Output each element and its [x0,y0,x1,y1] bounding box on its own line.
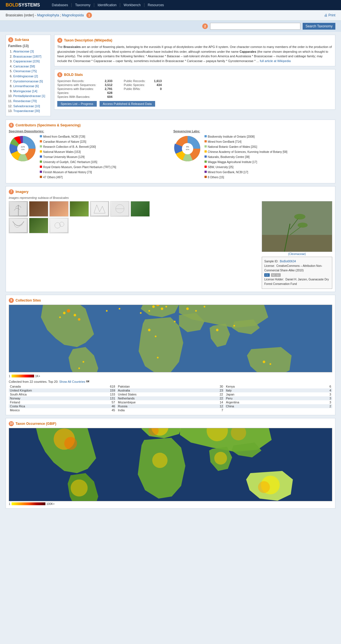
top-navigation: BOLDSYSTEMS Databases Taxonomy Identific… [0,0,341,10]
thumbnail[interactable] [49,218,69,233]
country-row: South Africa133 [9,392,116,396]
thumbnail[interactable] [29,218,48,233]
sample-id-value[interactable]: BioBot00634 [280,260,296,263]
legend-item: 8 Others [15] [204,175,287,180]
countries-header: Collected from 22 countries. Top 20: Sho… [9,380,332,383]
imagery-label: 7 Imagery [9,189,28,194]
brand-logo[interactable]: BOLDSYSTEMS [6,3,40,8]
species-list-progress-button[interactable]: Species List – Progress [57,101,97,107]
image-row-2 [9,218,259,233]
breadcrumb-link-magnoliophyta[interactable]: Magnoliophyta [37,13,59,17]
brand-bold: BOLD [6,3,18,7]
country-row: Finland57 [9,400,116,404]
svg-point-48 [119,308,120,309]
sequencing-labs: Sequencing Labs: 5% 62% Biodive [173,129,333,180]
sequencing-pie-container: 5% 62% Biodiversity Institute of Ontario… [173,135,333,180]
thumbnail[interactable] [90,201,109,217]
imagery-badge: 7 [9,189,14,194]
svg-point-30 [78,318,80,320]
subtaxa-panel: 3 Sub-taxa Families (13) Akaniaceae [3] … [6,35,51,116]
imagery-main-panel: (Cleomaceae) Sample ID: BioBot00634 Lice… [262,201,332,289]
country-row: United Kingdom159 [9,388,116,392]
main-image[interactable] [262,201,332,252]
legend-item: Finnish Museum of Natural History [73] [40,170,116,175]
taxon-description-panel: 4 Taxon Description (Wikipedia) The Bras… [54,35,335,66]
stat-row: Public Species:434 [124,83,162,87]
specimen-depositories: Specimen Depositories: 21 [9,129,168,180]
stats-container: Specimen Records:2,333 Specimens with Se… [57,79,332,99]
legend-item: National Museum Wales [153] [40,150,116,154]
thumbnail[interactable] [29,201,48,217]
taxon-desc-label: 4 Taxon Description (Wikipedia) [57,38,112,43]
contributors-section: 6 Contributors (Specimens & Sequencing) … [6,120,335,183]
access-published-button[interactable]: Access Published & Released Data [100,101,155,107]
svg-rect-10 [91,202,108,216]
list-item: Limnanthaceae [6] [13,84,48,89]
stat-row: Specimens with Sequences:3,512 [57,83,113,87]
stats-right: Public Records:1,613 Public Species:434 … [124,79,162,99]
list-item: Pentadiplandraceae [1] [13,94,48,99]
country-row: Pakistan30 [117,384,224,388]
thumbnail[interactable] [9,218,28,233]
thumbnail[interactable] [131,201,150,217]
svg-text:5%: 5% [186,146,189,148]
breadcrumb-current: Brassicales {order} - [6,13,37,17]
nav-taxonomy[interactable]: Taxonomy [72,3,94,7]
country-row: United States22 [117,392,224,396]
thumbnail[interactable] [70,201,89,217]
country-row: India7 [117,408,224,412]
license-holder-row: License Holder: Daniel H. Janzen, Guanac… [264,277,330,286]
nc-badge: NC-SA [271,273,281,277]
world-map-svg [9,305,332,372]
country-row: Canada618 [9,384,116,388]
gbif-scale: 1 100K+ [9,502,332,505]
collection-sites-map [9,305,332,372]
legend-item: Naturalis, Biodiversity Centre [38] [204,155,287,159]
bold-stats-badge: 5 [57,72,62,77]
svg-point-28 [74,314,76,316]
show-all-countries-link[interactable]: Show All Countries [59,380,85,383]
nav-databases[interactable]: Databases [49,3,72,7]
nav-workbench[interactable]: Workbench [120,3,144,7]
subtaxa-badge: 3 [8,37,13,42]
breadcrumb-link-magnoliopsida[interactable]: Magnoliopsida [62,13,83,17]
countries-col-3: Kenya6 Italy4 Japan3 Peru3 Argentina3 Ch… [225,384,332,412]
svg-point-58 [152,453,168,468]
bold-stats-title: BOLD Stats [64,73,83,77]
sample-info: Sample ID: BioBot00634 License: Creative… [262,257,332,289]
contributors-title: Contributors (Specimens & Sequencing) [16,123,81,127]
cleomaceae-link[interactable]: (Cleomaceae) [262,252,332,256]
print-button[interactable]: 🖨 Print [324,13,335,17]
gbif-map [9,428,332,501]
svg-point-54 [64,437,77,450]
collection-sites-section: 9 Collection Sites [6,295,335,415]
legend-item: Canadian Museum of Nature [225] [40,140,116,144]
list-item: Akaniaceae [3] [13,49,48,54]
nav-resources[interactable]: Resources [144,3,167,7]
nav-identification[interactable]: Identification [94,3,120,7]
search-badge: 2 [202,23,208,29]
thumbnail[interactable] [9,201,28,217]
svg-point-37 [195,310,197,312]
svg-rect-14 [10,219,27,232]
gbif-map-svg [9,428,332,501]
map-icon: 🗺 [86,380,89,383]
legend-item: SBW, University [25] [204,165,287,170]
svg-point-43 [263,361,265,363]
svg-point-26 [63,312,65,314]
legend-item: University of Guelph, OAC Herbarium [105… [40,160,116,164]
stat-row: Public BINs:0 [124,87,162,91]
search-input[interactable] [210,23,300,30]
svg-point-34 [148,310,150,312]
gbif-scale-low: 1 [9,502,10,505]
country-row: Netherlands22 [117,396,224,400]
svg-point-47 [106,310,108,312]
thumbnail[interactable] [110,201,129,217]
stats-buttons: Species List – Progress Access Published… [57,101,332,107]
bold-stats-panel: 5 BOLD Stats Specimen Records:2,333 Spec… [54,69,335,110]
search-taxonomy-button[interactable]: Search Taxonomy [303,23,335,30]
legend-item: Wagga Wagga Agricultural Institute [17] [204,160,287,164]
thumbnail[interactable] [49,201,69,217]
breadcrumb-content: Brassicales {order} - Magnoliophyta ; Ma… [6,12,92,18]
svg-point-42 [157,357,159,359]
